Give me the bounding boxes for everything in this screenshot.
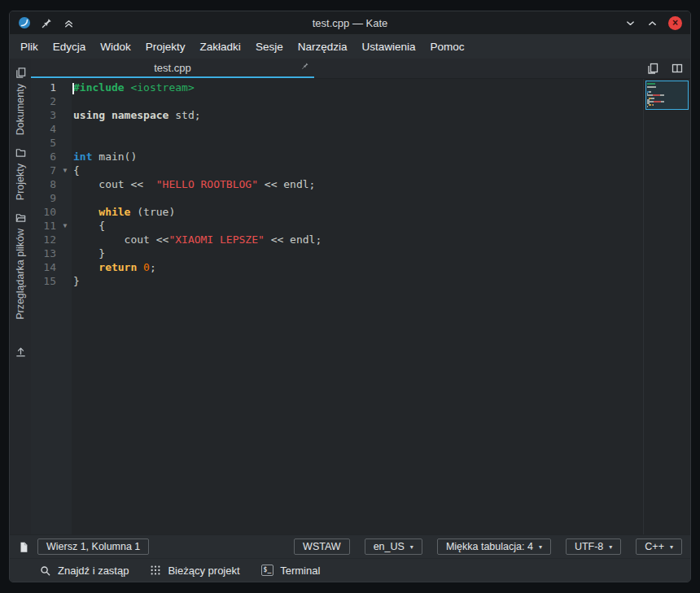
grid-icon [150, 565, 161, 576]
file-browser-icon [15, 211, 27, 224]
code-lines[interactable]: #include <iostream> using namespace std;… [72, 79, 690, 534]
tabbar: test.cpp [31, 59, 690, 79]
line-number: 10 [31, 206, 59, 218]
titlebar: test.cpp — Kate × [10, 11, 690, 34]
sidebar-item-dokumenty[interactable]: Dokumenty [15, 67, 27, 135]
line-number: 11 [31, 220, 59, 232]
code-line: using namespace std; [73, 108, 690, 122]
gutter-line: 14 [31, 260, 72, 274]
fold-marker-icon[interactable]: ▼ [59, 222, 72, 229]
code-line: { [73, 164, 690, 177]
line-number: 6 [31, 150, 59, 163]
sidebar-label: Dokumenty [15, 84, 26, 135]
gutter-line: 11▼ [31, 219, 72, 233]
search-icon [39, 565, 51, 577]
pin-icon[interactable] [301, 62, 309, 70]
gutter-line: 12 [31, 233, 72, 246]
document-icon [18, 541, 29, 553]
sidebar-label: Projekty [15, 164, 26, 200]
sidebar-label: Przeglądarka plików [15, 229, 26, 320]
code-line: cout <<"XIAOMI LEPSZE" << endl; [73, 233, 690, 246]
kate-app-icon[interactable] [18, 16, 31, 29]
line-number: 5 [31, 137, 59, 149]
menu-plik[interactable]: Plik [13, 37, 46, 57]
menu-projekty[interactable]: Projekty [138, 37, 193, 57]
menu-pomoc[interactable]: Pomoc [422, 37, 471, 57]
close-button[interactable]: × [668, 16, 682, 30]
minimap[interactable] [643, 79, 690, 534]
editor-text-area[interactable]: 1234567▼891011▼12131415 #include <iostre… [31, 79, 690, 534]
menu-narzedzia[interactable]: Narzędzia [291, 37, 355, 57]
kate-window: test.cpp — Kate × Plik Edycja Widok Proj… [9, 11, 691, 582]
window-title: test.cpp — Kate [10, 17, 690, 29]
code-line [73, 122, 690, 136]
code-line [73, 94, 690, 108]
fold-marker-icon[interactable]: ▼ [59, 167, 72, 174]
line-number: 12 [31, 233, 59, 246]
tab-test-cpp[interactable]: test.cpp [31, 59, 314, 78]
minimize-chevron-down-icon[interactable] [624, 17, 637, 29]
menu-ustawienia[interactable]: Ustawienia [354, 37, 422, 57]
bottom-toolbar: Znajdź i zastąp Bieżący projekt $_ Termi… [10, 558, 690, 582]
chevron-down-icon: ▾ [609, 543, 612, 551]
gutter-line: 1 [31, 81, 72, 94]
menu-widok[interactable]: Widok [93, 37, 138, 57]
code-line: } [73, 274, 690, 288]
chevron-down-icon: ▾ [670, 543, 673, 551]
code-line: } [73, 246, 690, 260]
open-file-button[interactable] [15, 346, 27, 358]
line-number: 15 [31, 275, 59, 287]
code-line: int main() [73, 150, 690, 164]
code-line: { [73, 219, 690, 233]
pin-icon[interactable] [41, 17, 53, 29]
statusbar: Wiersz 1, Kolumna 1 WSTAW en_US ▾ Miękka… [10, 534, 690, 558]
documents-icon [15, 67, 27, 79]
cursor-position-button[interactable]: Wiersz 1, Kolumna 1 [37, 538, 149, 555]
line-number: 1 [31, 81, 59, 94]
keep-above-icon[interactable] [63, 17, 75, 29]
gutter-line: 8 [31, 177, 72, 191]
terminal-button[interactable]: $_ Terminal [261, 565, 321, 577]
gutter: 1234567▼891011▼12131415 [31, 79, 72, 534]
line-number: 4 [31, 123, 59, 135]
menubar: Plik Edycja Widok Projekty Zakładki Sesj… [10, 34, 690, 59]
insert-mode-button[interactable]: WSTAW [294, 538, 350, 555]
line-number: 7 [31, 164, 59, 177]
gutter-line: 5 [31, 136, 72, 150]
minimap-viewport[interactable] [645, 81, 689, 110]
terminal-icon: $_ [261, 565, 274, 576]
gutter-line: 7▼ [31, 164, 72, 177]
line-number: 3 [31, 109, 59, 121]
tab-mode-select[interactable]: Miękka tabulacja: 4 ▾ [437, 538, 551, 555]
line-number: 9 [31, 192, 59, 204]
tab-label: test.cpp [154, 62, 191, 74]
line-number: 13 [31, 247, 59, 259]
code-line: while (true) [73, 205, 690, 219]
menu-sesje[interactable]: Sesje [248, 37, 291, 57]
encoding-select[interactable]: UTF-8 ▾ [566, 538, 621, 555]
menu-zakladki[interactable]: Zakładki [193, 37, 248, 57]
line-number: 14 [31, 261, 59, 273]
gutter-line: 15 [31, 274, 72, 288]
sidebar-item-przegladarka-plikow[interactable]: Przeglądarka plików [15, 211, 27, 320]
split-view-icon[interactable] [671, 62, 684, 75]
tool-sidebar: Dokumenty Projekty Przeglądarka plików [10, 59, 31, 534]
menu-edycja[interactable]: Edycja [46, 37, 94, 57]
gutter-line: 2 [31, 94, 72, 108]
sidebar-item-projekty[interactable]: Projekty [15, 146, 27, 200]
gutter-line: 4 [31, 122, 72, 136]
chevron-down-icon: ▾ [410, 543, 413, 551]
gutter-line: 3 [31, 108, 72, 122]
documents-list-icon[interactable] [646, 62, 659, 75]
find-replace-button[interactable]: Znajdź i zastąp [39, 565, 129, 577]
gutter-line: 6 [31, 150, 72, 164]
current-project-button[interactable]: Bieżący projekt [150, 565, 239, 577]
language-select[interactable]: C++ ▾ [636, 538, 682, 555]
text-cursor [72, 83, 74, 94]
dictionary-select[interactable]: en_US ▾ [365, 538, 422, 555]
code-line: #include <iostream> [73, 81, 690, 94]
code-line [73, 136, 690, 150]
code-line: return 0; [73, 260, 690, 274]
maximize-chevron-up-icon[interactable] [646, 17, 658, 29]
chevron-down-icon: ▾ [539, 543, 542, 551]
